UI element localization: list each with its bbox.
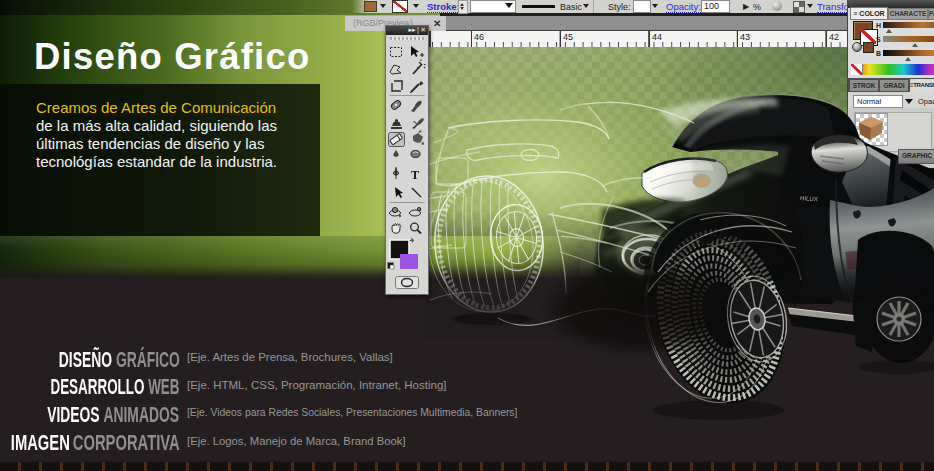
svg-text:T: T xyxy=(411,168,419,182)
svg-text:HILUX: HILUX xyxy=(800,195,818,202)
